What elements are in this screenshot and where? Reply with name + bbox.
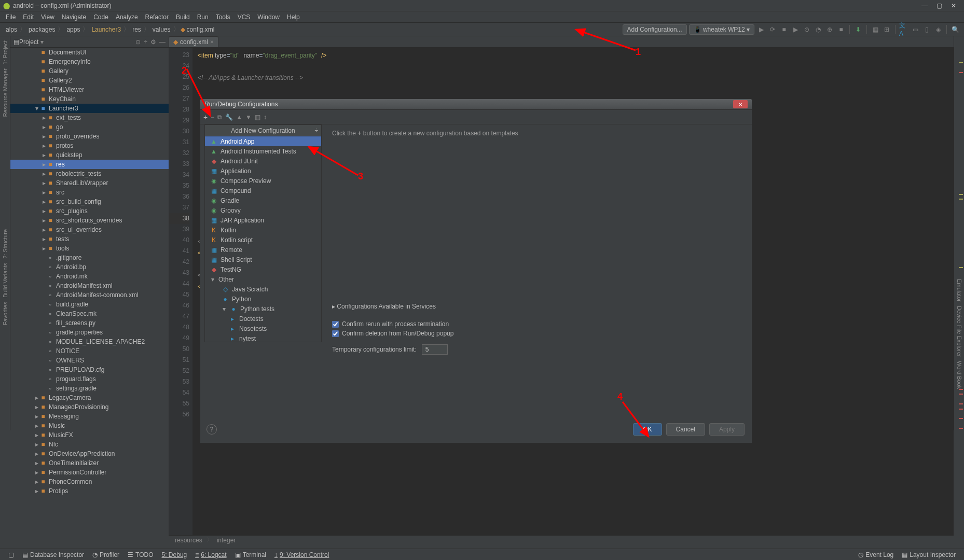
status-todo[interactable]: ☰ TODO [123,551,157,558]
config-type-testng[interactable]: ◆TestNG [205,264,321,274]
sort-icon[interactable]: ↕ [264,114,267,121]
tree-item-src-ui-overrides[interactable]: ▸■src_ui_overrides [10,225,169,234]
tree-item-launcher3[interactable]: ▾■Launcher3 [10,104,169,113]
tree-item-preupload-cfg[interactable]: ▫PREUPLOAD.cfg [10,365,169,374]
project-tree[interactable]: ■DocumentsUI■EmergencyInfo■Gallery■Galle… [10,48,169,544]
breadcrumb-alps[interactable]: alps [4,26,19,33]
menu-refactor[interactable]: Refactor [142,12,172,22]
tree-item-build-gradle[interactable]: ▫build.gradle [10,300,169,309]
config-type-application[interactable]: ▦Application [205,166,321,176]
tree-item-settings-gradle[interactable]: ▫settings.gradle [10,384,169,393]
dropdown-icon[interactable]: ▾ [40,38,44,46]
status-logcat[interactable]: ≡ 6: Logcat [191,551,230,558]
add-new-config-header[interactable]: Add New Configuration ÷ [205,125,321,136]
wrench-icon[interactable]: 🔧 [225,114,233,121]
ok-button[interactable]: OK [633,423,662,436]
tree-item-src[interactable]: ▸■src [10,188,169,197]
apply-changes-icon[interactable]: ⟳ [768,25,777,34]
tree-item-phonecommon[interactable]: ▸■PhoneCommon [10,477,169,486]
menu-analyze[interactable]: Analyze [112,12,142,22]
temp-limit-input[interactable] [422,344,448,355]
debug-icon[interactable]: ▶ [791,25,800,34]
menu-navigate[interactable]: Navigate [58,12,90,22]
menu-edit[interactable]: Edit [19,12,37,22]
device-icon[interactable]: ▯ [922,25,931,34]
tree-item-permissioncontroller[interactable]: ▸■PermissionController [10,468,169,477]
up-icon[interactable]: ▲ [236,114,242,121]
sync-icon[interactable]: ⬇ [853,25,863,34]
device-selector[interactable]: 📱 wheatek WP12 ▾ [689,24,754,35]
folder-config-icon[interactable]: ▥ [255,114,260,121]
pin-icon[interactable]: ÷ [314,127,318,134]
menu-help[interactable]: Help [283,12,304,22]
status-terminal[interactable]: ▣ Terminal [231,551,270,558]
layout-icon[interactable]: ▭ [911,25,920,34]
config-type-groovy[interactable]: ◉Groovy [205,205,321,215]
close-tab-icon[interactable]: × [210,38,214,46]
apply-button[interactable]: Apply [709,423,745,436]
tree-item-proto-overrides[interactable]: ▸■proto_overrides [10,132,169,141]
hide-icon[interactable]: — [159,38,166,46]
tree-item-emergencyinfo[interactable]: ■EmergencyInfo [10,57,169,66]
coverage-icon[interactable]: ⊙ [802,25,811,34]
status-event-log[interactable]: ◷ Event Log [854,551,898,558]
sidebar-tab-build-variants[interactable]: Build Variants [2,263,8,298]
tree-item-src-shortcuts-overrides[interactable]: ▸■src_shortcuts_overrides [10,216,169,225]
config-type-list[interactable]: Add New Configuration ÷ ▲Android App▲And… [204,124,322,342]
tree-item-messaging[interactable]: ▸■Messaging [10,412,169,421]
dialog-close-icon[interactable]: ✕ [733,100,748,108]
confirm-rerun-checkbox[interactable]: Confirm rerun with process termination [332,320,740,328]
tree-item-android-bp[interactable]: ▫Android.bp [10,262,169,272]
add-configuration-button[interactable]: Add Configuration... [623,24,687,35]
tree-item-fill-screens-py[interactable]: ▫fill_screens.py [10,318,169,328]
select-opened-icon[interactable]: ⊙ [135,38,141,46]
close-icon[interactable]: ✕ [946,1,961,10]
tree-item-owners[interactable]: ▫OWNERS [10,356,169,365]
project-toolwindow-title[interactable]: Project [19,38,38,46]
tree-item-managedprovisioning[interactable]: ▸■ManagedProvisioning [10,402,169,412]
tree-item-legacycamera[interactable]: ▸■LegacyCamera [10,393,169,402]
tree-item-sharedlibwrapper[interactable]: ▸■SharedLibWrapper [10,178,169,188]
sidebar-tab-project[interactable]: 1: Project [2,40,8,64]
run-icon[interactable]: ▶ [756,25,766,34]
tree-item-onetimeinitializer[interactable]: ▸■OneTimeInitializer [10,458,169,468]
down-icon[interactable]: ▼ [245,114,252,121]
tree-item-protips[interactable]: ▸■Protips [10,486,169,496]
help-icon[interactable]: ? [206,424,217,435]
config-type-kotlin-script[interactable]: KKotlin script [205,235,321,245]
config-type-python-tests[interactable]: ▾●Python tests [205,304,321,314]
breadcrumb-config.xml[interactable]: config.xml [185,26,216,33]
dialog-titlebar[interactable]: Run/Debug Configurations ✕ [200,99,752,110]
config-type-android-instrumented-tests[interactable]: ▲Android Instrumented Tests [205,146,321,156]
profile-icon[interactable]: ◔ [814,25,823,34]
tree-item-src-build-config[interactable]: ▸■src_build_config [10,197,169,206]
tree-item-music[interactable]: ▸■Music [10,421,169,430]
tree-item-notice[interactable]: ▫NOTICE [10,346,169,356]
tree-item-gallery[interactable]: ■Gallery [10,66,169,76]
config-type-nosetests[interactable]: ▸Nosetests [205,324,321,333]
config-type-gradle[interactable]: ◉Gradle [205,195,321,205]
tree-item-tools[interactable]: ▸■tools [10,244,169,253]
breadcrumb-apps[interactable]: apps [65,26,81,33]
minimize-icon[interactable]: — [917,1,932,10]
configs-available-label[interactable]: Configurations Available in Services [337,303,436,310]
tree-item-ondeviceappprediction[interactable]: ▸■OnDeviceAppPrediction [10,449,169,458]
breadcrumb-res[interactable]: res [131,26,143,33]
tree-item-androidmanifest-common-xml[interactable]: ▫AndroidManifest-common.xml [10,290,169,300]
tree-item-proguard-flags[interactable]: ▫proguard.flags [10,374,169,384]
config-type-shell-script[interactable]: ▦Shell Script [205,255,321,264]
tree-item-nfc[interactable]: ▸■Nfc [10,440,169,449]
config-type-python[interactable]: ●Python [205,294,321,304]
remove-config-icon[interactable]: − [211,114,214,121]
breadcrumb-values[interactable]: values [151,26,172,33]
tree-item-htmlviewer[interactable]: ■HTMLViewer [10,85,169,94]
tree-item-protos[interactable]: ▸■protos [10,141,169,150]
tree-item-documentsui[interactable]: ■DocumentsUI [10,48,169,57]
sidebar-tab-structure[interactable]: 2: Structure [2,229,8,259]
tree-item-go[interactable]: ▸■go [10,122,169,132]
status-database-inspector[interactable]: ▤ Database Inspector [18,551,88,558]
config-type-kotlin[interactable]: KKotlin [205,225,321,235]
add-config-icon[interactable]: + [203,113,208,121]
tree-item-gallery2[interactable]: ■Gallery2 [10,76,169,85]
expand-icon[interactable]: ÷ [144,38,147,46]
